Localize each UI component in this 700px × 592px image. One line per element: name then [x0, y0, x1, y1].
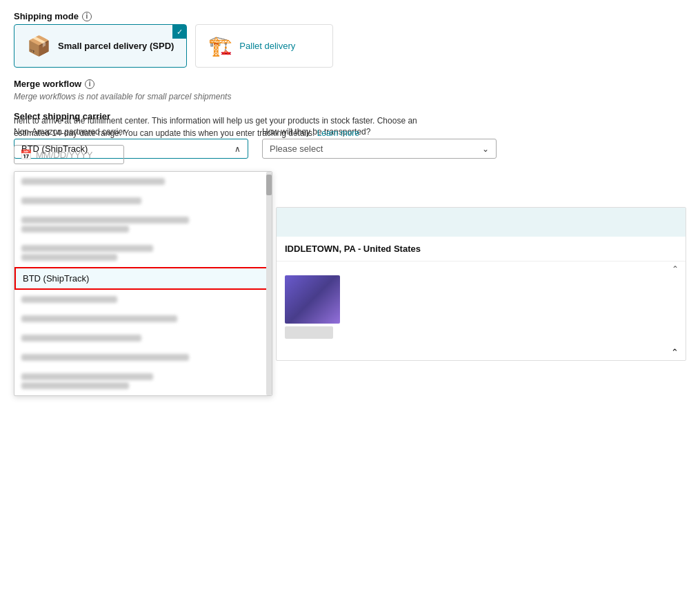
shipping-mode-cards: ✓ 📦 Small parcel delivery (SPD) 🏗️ Palle… [14, 24, 686, 68]
dropdown-blurred-item-2[interactable] [14, 191, 272, 210]
pallet-icon: 🏗️ [208, 34, 232, 57]
learn-more-link[interactable]: Learn more [317, 128, 359, 138]
dropdown-blurred-item-8[interactable] [14, 348, 272, 367]
calendar-icon: 📅 [20, 149, 32, 160]
dropdown-blurred-item-4[interactable] [14, 239, 272, 267]
expand-section-icon[interactable]: ⌃ [672, 264, 679, 274]
spd-card[interactable]: ✓ 📦 Small parcel delivery (SPD) [14, 24, 187, 68]
shipping-mode-title: Shipping mode [14, 11, 79, 21]
product-sub-image [285, 326, 333, 339]
date-input-row: 📅 MM/DD/YYYY [14, 145, 424, 164]
pallet-label: Pallet delivery [239, 41, 295, 51]
date-placeholder: MM/DD/YYYY [36, 150, 92, 160]
shipping-mode-info-icon[interactable]: i [82, 12, 92, 21]
dropdown-scrollbar[interactable] [266, 172, 272, 395]
dropdown-blurred-item-5[interactable] [14, 290, 272, 309]
dropdown-blurred-item-9[interactable] [14, 367, 272, 395]
spd-icon: 📦 [27, 34, 51, 57]
date-input[interactable]: 📅 MM/DD/YYYY [14, 145, 124, 164]
dropdown-scrollbar-thumb[interactable] [266, 175, 272, 195]
dropdown-btd-label: BTD (ShipTrack) [23, 273, 89, 284]
merge-workflow-info-icon[interactable]: i [85, 79, 94, 89]
destination-panel-content [277, 267, 686, 344]
dropdown-blurred-item-3[interactable] [14, 210, 272, 239]
pallet-card[interactable]: 🏗️ Pallet delivery [195, 24, 333, 68]
merge-workflow-subtitle: Merge workflows is not available for sma… [14, 92, 686, 101]
merge-workflow-title: Merge workflow [14, 79, 81, 89]
check-badge: ✓ [172, 25, 186, 39]
destination-location: IDDLETOWN, PA - United States [277, 237, 686, 262]
destination-panel: IDDLETOWN, PA - United States ⌃ ⌃ [276, 207, 686, 361]
collapse-section-icon[interactable]: ⌃ [671, 347, 679, 357]
spd-label: Small parcel delivery (SPD) [58, 41, 174, 51]
transport-select-arrow: ⌄ [482, 144, 489, 154]
dropdown-blurred-item-7[interactable] [14, 328, 272, 348]
dropdown-btd-item[interactable]: BTD (ShipTrack) [14, 267, 272, 290]
product-image [285, 275, 340, 324]
arrival-description: nent to arrive at the fulfillment center… [14, 115, 424, 139]
dropdown-blurred-item-1[interactable] [14, 172, 272, 191]
destination-panel-top [277, 208, 686, 237]
dropdown-blurred-item-6[interactable] [14, 309, 272, 328]
merge-workflow-section: Merge workflow i Merge workflows is not … [14, 79, 686, 101]
arrival-section: nent to arrive at the fulfillment center… [14, 115, 424, 164]
carrier-dropdown: BTD (ShipTrack) [14, 171, 272, 396]
